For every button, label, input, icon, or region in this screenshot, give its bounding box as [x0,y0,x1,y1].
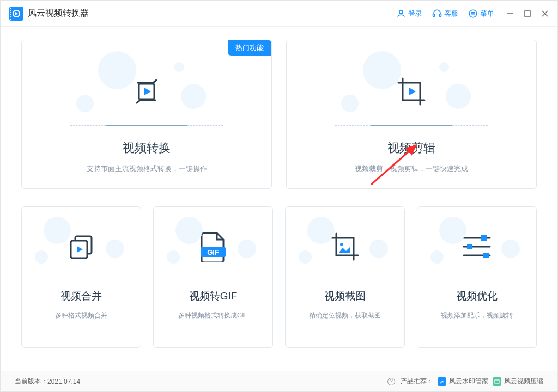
card-video-edit[interactable]: 视频剪辑 视频裁剪，视频剪辑，一键快速完成 [286,40,537,189]
service-button[interactable]: 客服 [432,9,458,19]
app-title: 风云视频转换器 [28,8,89,19]
main-content: 热门功能 视频转换 支持市面主流视频格式转换，一键操作 视频剪辑 视频裁剪，视频… [1,27,557,371]
card-title: 视频转GIF [189,289,238,303]
watermark-app-icon [438,377,446,386]
maximize-button[interactable] [524,10,531,17]
svg-marker-13 [409,88,416,95]
card-video-gif[interactable]: GIF 视频转GIF 多种视频格式转换成GIF [153,206,273,348]
card-desc: 视频裁剪，视频剪辑，一键快速完成 [355,164,468,174]
card-video-convert[interactable]: 热门功能 视频转换 支持市面主流视频格式转换，一键操作 [21,40,272,189]
card-title: 视频剪辑 [387,140,435,156]
card-desc: 多种格式视频合并 [55,311,107,320]
svg-rect-1 [433,14,435,16]
svg-point-19 [340,243,343,246]
minimize-button[interactable] [506,10,514,17]
version-value: 2021.07.14 [47,378,80,385]
recommend-label-1: 风云水印管家 [449,377,488,386]
version-label: 当前版本： [15,377,47,386]
svg-rect-24 [467,244,472,249]
card-title: 视频截图 [324,289,366,303]
recommend-compress[interactable]: 风云视频压缩 [493,377,543,386]
headset-icon [432,9,442,19]
svg-point-0 [399,10,403,14]
card-desc: 视频添加配乐，视频旋转 [441,311,513,320]
svg-text:GIF: GIF [207,248,219,256]
service-label: 客服 [444,9,458,19]
recommend-label: 产品推荐： [401,377,433,386]
recommend-watermark[interactable]: 风云水印管家 [438,377,488,386]
login-button[interactable]: 登录 [396,9,422,19]
screenshot-icon [329,229,361,265]
card-title: 视频转换 [123,140,171,156]
svg-rect-25 [483,253,489,258]
card-title: 视频优化 [456,289,498,303]
help-icon[interactable]: ? [387,378,395,385]
merge-icon [66,229,96,265]
card-desc: 多种视频格式转换成GIF [178,311,248,320]
card-video-screenshot[interactable]: 视频截图 精确定位视频，获取截图 [285,206,405,348]
svg-rect-23 [481,235,487,241]
hot-badge: 热门功能 [228,40,271,56]
close-button[interactable] [541,10,549,17]
login-label: 登录 [408,9,422,19]
user-icon [396,9,406,19]
titlebar: 风云视频转换器 登录 客服 菜单 [1,1,557,27]
menu-label: 菜单 [480,9,494,19]
crop-icon [394,72,429,111]
recommend-label-2: 风云视频压缩 [504,377,543,386]
menu-icon [468,9,478,19]
card-video-optimize[interactable]: 视频优化 视频添加配乐，视频旋转 [417,206,537,348]
card-desc: 支持市面主流视频格式转换，一键操作 [87,164,207,174]
svg-rect-8 [525,11,530,16]
svg-marker-12 [144,88,151,95]
menu-button[interactable]: 菜单 [468,9,494,19]
compress-app-icon [493,377,501,386]
card-desc: 精确定位视频，获取截图 [309,311,381,320]
footer: 当前版本： 2021.07.14 ? 产品推荐： 风云水印管家 风云视频压缩 [1,371,557,391]
card-video-merge[interactable]: 视频合并 多种格式视频合并 [21,206,141,348]
gif-icon: GIF [199,229,227,265]
svg-rect-2 [440,14,441,16]
card-title: 视频合并 [60,289,102,303]
app-logo [9,7,23,21]
svg-rect-28 [495,380,499,383]
convert-icon [130,72,163,111]
sliders-icon [460,229,493,265]
